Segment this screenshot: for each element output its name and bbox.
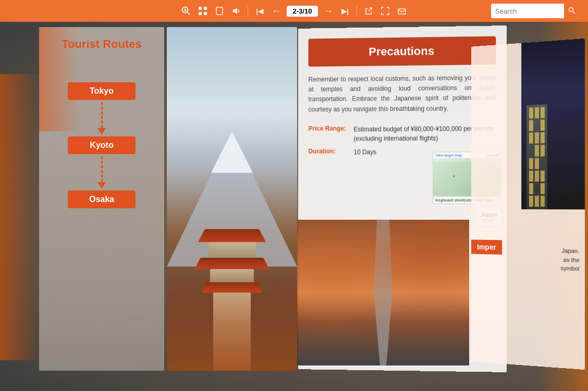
route-tokyo: Tokyo	[68, 82, 136, 100]
share-icon[interactable]	[396, 5, 408, 17]
city-night-image	[521, 39, 585, 209]
pagoda-roof-1	[198, 229, 266, 242]
fullscreen-icon[interactable]	[379, 5, 391, 17]
autumn-road-background	[297, 220, 469, 365]
building-silhouette	[526, 104, 547, 209]
pagoda-body-1	[209, 242, 256, 258]
svg-rect-4	[199, 7, 202, 10]
zoom-in-icon[interactable]	[180, 5, 192, 17]
audio-icon[interactable]	[230, 5, 242, 17]
precautions-title: Precautions	[318, 44, 485, 59]
dashed-line-1	[101, 102, 103, 128]
page-indicator[interactable]	[287, 6, 318, 17]
imperial-badge: Imper	[471, 239, 502, 255]
route-arrow-2	[97, 156, 106, 188]
grid-icon[interactable]	[197, 5, 209, 17]
svg-rect-7	[204, 12, 207, 15]
search-button[interactable]	[564, 4, 580, 18]
svg-point-12	[569, 7, 573, 11]
next-page-icon[interactable]: →	[322, 5, 335, 17]
svg-marker-9	[233, 8, 237, 14]
mountain-photo-page	[167, 27, 297, 371]
arrow-down-1	[97, 128, 106, 134]
svg-rect-11	[398, 9, 406, 14]
keyboard-shortcuts: Keyboard shortcuts	[435, 198, 471, 203]
svg-line-10	[369, 8, 372, 11]
duration-label: Duration:	[309, 147, 350, 155]
price-range-label: Price Range:	[309, 124, 350, 132]
far-right-text-2: as the	[561, 255, 580, 264]
svg-rect-6	[199, 12, 202, 15]
svg-line-13	[573, 11, 575, 14]
search-input[interactable]	[491, 4, 564, 18]
map-marker	[454, 175, 455, 176]
autumn-road-image	[297, 220, 469, 365]
tourist-routes-content: Tourist Routes Tokyo Kyoto Osaka	[39, 27, 164, 219]
route-kyoto: Kyoto	[68, 136, 136, 154]
prev-page-icon[interactable]: ←	[270, 5, 283, 17]
tourist-routes-page: Tourist Routes Tokyo Kyoto Osaka	[39, 27, 164, 371]
autumn-overlay	[167, 267, 297, 371]
bg-leaves-left	[0, 74, 42, 360]
precautions-header: Precautions	[309, 36, 496, 67]
main-area: Tourist Routes Tokyo Kyoto Osaka	[0, 22, 588, 391]
page-view-icon[interactable]	[213, 5, 226, 17]
export-icon[interactable]	[362, 5, 375, 17]
arrow-down-2	[97, 182, 106, 188]
far-right-text-3: symbol	[561, 264, 580, 273]
first-page-icon[interactable]: |◀	[253, 5, 266, 17]
tourist-routes-title: Tourist Routes	[62, 37, 142, 51]
svg-line-1	[187, 12, 190, 15]
svg-rect-5	[204, 7, 207, 10]
view-larger-map[interactable]: View larger map	[435, 154, 462, 157]
building-windows	[526, 104, 547, 209]
price-range-row: Price Range: Estimated budget of ¥80,000…	[309, 124, 496, 144]
dashed-line-2	[101, 156, 103, 182]
last-page-icon[interactable]: ▶|	[339, 5, 351, 17]
separator-2	[357, 6, 357, 16]
far-right-text-1: Japan.	[561, 246, 580, 256]
mountain-snow	[211, 131, 253, 173]
far-right-text: Japan. as the symbol	[561, 246, 580, 273]
autumn-trees-overlay	[297, 220, 469, 365]
route-arrow-1	[97, 102, 106, 134]
route-osaka: Osaka	[68, 191, 136, 208]
mountain-background	[167, 27, 297, 371]
toolbar: |◀ ← → ▶|	[0, 0, 588, 22]
duration-value: 10 Days	[353, 147, 376, 157]
separator-1	[248, 6, 248, 16]
svg-rect-8	[216, 7, 223, 15]
search-box[interactable]	[491, 4, 580, 18]
imperial-page: Imper Japan. as the symbol	[471, 39, 585, 370]
